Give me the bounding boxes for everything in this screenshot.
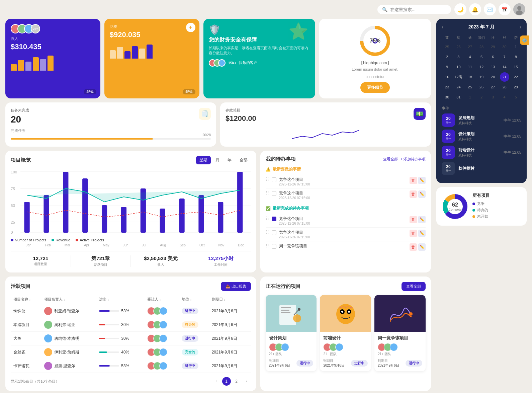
cal-day[interactable]: 26 <box>477 82 486 92</box>
cal-day[interactable]: 5 <box>477 52 486 62</box>
cal-day[interactable]: 18 <box>465 72 475 82</box>
cell-assignee-3 <box>145 345 179 359</box>
cal-day[interactable]: 12 <box>477 62 486 72</box>
view-all-button[interactable]: 查看全部 <box>402 282 426 291</box>
todo-delete-1[interactable]: 🗑 <box>410 177 417 184</box>
drag-handle-4[interactable]: ⠿ <box>266 230 269 235</box>
tab-week[interactable]: 星期 <box>196 156 211 164</box>
todo-checkbox-3[interactable] <box>272 217 276 221</box>
sort-assignee[interactable]: ↕ <box>159 298 161 301</box>
tab-all[interactable]: 全部 <box>236 156 251 164</box>
todo-checkbox-5[interactable] <box>272 244 276 249</box>
cal-day[interactable]: 13 <box>488 62 498 72</box>
cal-day[interactable]: 20 <box>488 72 498 82</box>
page-next[interactable]: › <box>242 377 251 386</box>
cal-day[interactable]: 9 <box>442 62 452 72</box>
sparkline <box>226 127 426 141</box>
todo-edit-2[interactable]: ✏️ <box>418 190 426 198</box>
project-chart-card: 项目概览 星期 月 年 全部 100 75 50 25 <box>5 151 256 272</box>
notification-icon[interactable]: 🔔 <box>469 3 481 15</box>
cal-day[interactable]: 7 <box>500 52 509 62</box>
cal-day[interactable]: 10 <box>454 62 463 72</box>
cal-day[interactable]: 5 <box>511 92 521 102</box>
cal-day[interactable]: 23 <box>442 82 452 92</box>
search-box[interactable]: 🔍 <box>377 5 451 14</box>
cal-day[interactable]: 22 <box>511 72 521 82</box>
todo-delete-4[interactable]: 🗑 <box>410 230 417 237</box>
cal-prev-btn[interactable]: ‹ <box>442 24 443 30</box>
cal-day[interactable]: 16 <box>442 72 452 82</box>
user-avatar[interactable] <box>513 3 525 15</box>
cal-day[interactable]: 15 <box>511 62 521 72</box>
cal-day[interactable]: 11 <box>465 62 475 72</box>
export-icon: 📤 <box>226 284 230 289</box>
cal-day[interactable]: 30 <box>500 42 509 52</box>
cal-day[interactable]: 3 <box>454 52 463 62</box>
cal-day[interactable]: 19 <box>477 72 486 82</box>
page-prev[interactable]: ‹ <box>212 377 221 386</box>
sort-status[interactable]: ↕ <box>190 298 192 301</box>
todo-edit-5[interactable]: ✏️ <box>418 243 426 251</box>
todo-edit-4[interactable]: ✏️ <box>418 230 426 237</box>
cal-day[interactable]: 31 <box>454 92 463 102</box>
month-may: May <box>103 243 109 247</box>
cal-day[interactable]: 29 <box>488 42 498 52</box>
cal-day[interactable]: 1 <box>511 42 521 52</box>
cal-next-btn[interactable]: › <box>520 24 521 30</box>
todo-edit-3[interactable]: ✏️ <box>418 216 426 223</box>
cal-day[interactable]: 6 <box>488 52 498 62</box>
page-2[interactable]: 2 <box>232 377 241 386</box>
tab-month[interactable]: 月 <box>212 156 223 164</box>
running-projects-title: 正在运行的项目 <box>266 283 301 290</box>
todo-edit-1[interactable]: ✏️ <box>418 177 426 184</box>
cal-day[interactable]: 30 <box>442 92 452 102</box>
calendar-icon[interactable]: 📅 <box>499 3 511 15</box>
drag-handle-5[interactable]: ⠿ <box>266 243 269 249</box>
drag-handle-3[interactable]: ⠿ <box>266 216 269 221</box>
calendar-settings-btn[interactable]: ⚙️ <box>520 35 529 45</box>
drag-handle-2[interactable]: ⠿ <box>266 190 269 196</box>
todo-checkbox-2[interactable] <box>272 191 276 196</box>
cal-day[interactable]: 24 <box>454 82 463 92</box>
cal-day[interactable]: 17号 <box>454 72 463 82</box>
recent-section-label: ✅ 最新完成的待办事项 <box>266 206 426 211</box>
cal-day[interactable]: 3 <box>488 92 498 102</box>
cal-day[interactable]: 4 <box>465 52 475 62</box>
drag-handle-1[interactable]: ⠿ <box>266 177 269 182</box>
cal-day[interactable]: 27 <box>465 42 475 52</box>
cal-day[interactable]: 28 <box>477 42 486 52</box>
tab-year[interactable]: 年 <box>224 156 235 164</box>
detail-button[interactable]: 更多细节 <box>360 82 390 93</box>
cal-day[interactable]: 21 <box>500 72 509 82</box>
cal-day[interactable]: 2 <box>442 52 452 62</box>
cal-day[interactable]: 4 <box>500 92 509 102</box>
cal-day[interactable]: 25 <box>465 82 475 92</box>
todo-checkbox-4[interactable] <box>272 230 276 235</box>
todo-view-all[interactable]: 查看全部 <box>383 157 398 162</box>
export-button[interactable]: 📤 出口报告 <box>221 282 251 291</box>
cal-day[interactable]: 1 <box>465 92 475 102</box>
cal-day[interactable]: 26 <box>454 42 463 52</box>
mail-icon[interactable]: ✉️ <box>484 3 496 15</box>
cell-date-3: 2021年9月6日 <box>209 345 251 359</box>
donut-center: 62 Compete <box>449 202 462 211</box>
search-input[interactable] <box>390 7 446 12</box>
sort-progress[interactable]: ↕ <box>107 298 109 301</box>
sort-name[interactable]: ↕ <box>29 298 31 301</box>
cal-day[interactable]: 2 <box>477 92 486 102</box>
cal-day[interactable]: 28 <box>500 82 509 92</box>
page-1[interactable]: 1 <box>222 377 231 386</box>
todo-checkbox-1[interactable] <box>272 177 276 182</box>
cal-day[interactable]: 14 <box>500 62 509 72</box>
todo-delete-5[interactable]: 🗑 <box>410 243 417 251</box>
todo-delete-3[interactable]: 🗑 <box>410 216 417 223</box>
cal-day[interactable]: 8 <box>511 52 521 62</box>
todo-delete-2[interactable]: 🗑 <box>410 190 417 198</box>
cal-day[interactable]: 25 <box>442 42 452 52</box>
sort-due[interactable]: ↕ <box>224 298 226 301</box>
cal-day[interactable]: 29 <box>511 82 521 92</box>
todo-add-btn[interactable]: + 添加待办事项 <box>401 157 426 162</box>
sort-manager[interactable]: ↕ <box>64 298 65 301</box>
cal-day[interactable]: 27 <box>488 82 498 92</box>
darkmode-toggle[interactable]: 🌙 <box>454 3 466 15</box>
